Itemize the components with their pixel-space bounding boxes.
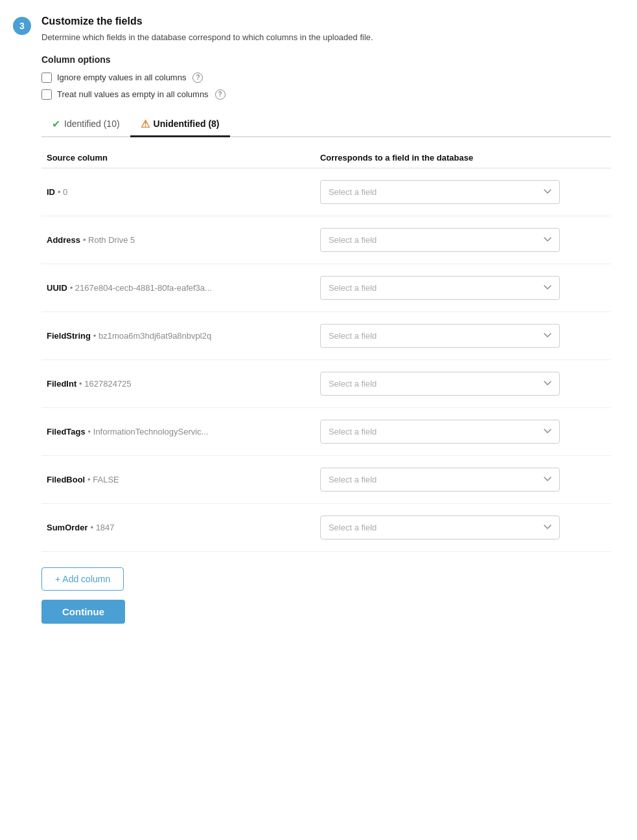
source-field-name: SumOrder — [47, 523, 88, 532]
table-row: UUID • 2167e804-cecb-4881-80fa-eafef3a..… — [41, 264, 611, 312]
table-row: FiledInt • 1627824725 Select a field — [41, 360, 611, 408]
step-number-badge: 3 — [13, 17, 31, 35]
col-database-header: Corresponds to a field in the database — [315, 153, 611, 163]
treat-null-help-icon[interactable]: ? — [215, 89, 226, 100]
ignore-empty-checkbox[interactable] — [41, 73, 52, 83]
tab-identified[interactable]: ✔ Identified (10) — [41, 113, 130, 137]
identified-check-icon: ✔ — [52, 118, 60, 130]
tabs-container: ✔ Identified (10) ⚠ Unidentified (8) — [41, 113, 611, 137]
tab-unidentified[interactable]: ⚠ Unidentified (8) — [130, 113, 230, 137]
source-field-name: FiledBool — [47, 475, 85, 484]
field-select-dropdown[interactable]: Select a field — [320, 468, 560, 492]
step-description: Determine which fields in the database c… — [41, 31, 373, 44]
step-title: Customize the fields — [41, 16, 373, 27]
source-field-name: UUID — [47, 283, 67, 293]
table-row: FieldString • bz1moa6m3hdj6at9a8nbvpl2q … — [41, 312, 611, 360]
table-row: FiledBool • FALSE Select a field — [41, 456, 611, 504]
tab-identified-label: Identified (10) — [64, 119, 120, 129]
source-field-value: • 0 — [58, 187, 67, 197]
field-select-dropdown[interactable]: Select a field — [320, 228, 560, 252]
field-select-dropdown[interactable]: Select a field — [320, 372, 560, 396]
table-row: SumOrder • 1847 Select a field — [41, 504, 611, 552]
field-select-dropdown[interactable]: Select a field — [320, 516, 560, 539]
field-select-dropdown[interactable]: Select a field — [320, 324, 560, 348]
column-options-title: Column options — [41, 54, 611, 65]
ignore-empty-help-icon[interactable]: ? — [192, 73, 203, 83]
source-field-name: FieldString — [47, 331, 91, 341]
source-field-value: • FALSE — [87, 475, 119, 484]
source-field-value: • 1627824725 — [79, 379, 131, 389]
source-field-value: • bz1moa6m3hdj6at9a8nbvpl2q — [93, 331, 211, 341]
continue-button[interactable]: Continue — [41, 600, 125, 624]
field-mapping-table: Source column Corresponds to a field in … — [41, 153, 611, 552]
treat-null-checkbox[interactable] — [41, 89, 52, 100]
add-column-button[interactable]: + Add column — [41, 567, 124, 591]
source-field-name: Address — [47, 235, 80, 245]
field-select-dropdown[interactable]: Select a field — [320, 180, 560, 204]
table-row: FiledTags • InformationTechnologyServic.… — [41, 408, 611, 456]
field-select-dropdown[interactable]: Select a field — [320, 276, 560, 300]
ignore-empty-label: Ignore empty values in all columns — [57, 73, 186, 82]
treat-null-label: Treat null values as empty in all column… — [57, 89, 209, 99]
col-source-header: Source column — [41, 153, 315, 163]
unidentified-warn-icon: ⚠ — [141, 118, 150, 130]
field-select-dropdown[interactable]: Select a field — [320, 420, 560, 444]
source-field-value: • 1847 — [90, 523, 114, 532]
tab-unidentified-label: Unidentified (8) — [154, 119, 220, 129]
source-field-value: • InformationTechnologyServic... — [88, 427, 209, 437]
table-row: ID • 0 Select a field — [41, 168, 611, 216]
source-field-name: ID — [47, 187, 55, 197]
table-row: Address • Roth Drive 5 Select a field — [41, 216, 611, 264]
source-field-name: FiledInt — [47, 379, 76, 389]
source-field-value: • 2167e804-cecb-4881-80fa-eafef3a... — [70, 283, 212, 293]
source-field-name: FiledTags — [47, 427, 86, 437]
source-field-value: • Roth Drive 5 — [83, 235, 135, 245]
